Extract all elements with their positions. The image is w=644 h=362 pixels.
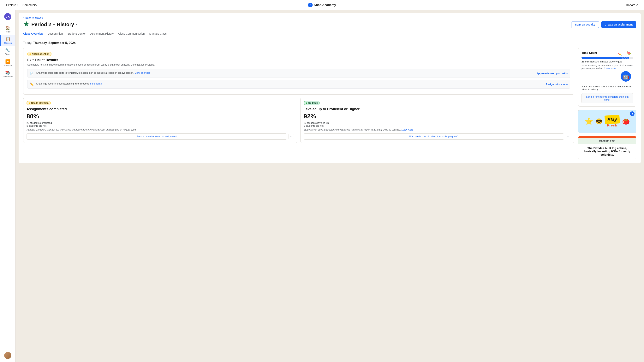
mascot-figure: 🤖 xyxy=(620,71,633,83)
time-progress-fill xyxy=(582,57,629,59)
leveled-up-note: Students can boost their learning by rea… xyxy=(304,128,571,131)
sidebar-khanlive-label: Khanlive xyxy=(4,64,12,66)
slay-label: Slay xyxy=(604,115,620,124)
fact-header: Random Fact xyxy=(578,138,636,144)
class-name: Period 2 – History xyxy=(31,21,74,27)
tab-class-overview[interactable]: Class Overview xyxy=(23,30,43,37)
rec-lesson-plan: 📄 Khanmigo suggests edits to tomorrow's … xyxy=(27,69,570,78)
time-note: Khan Academy recommends a goal of 30 min… xyxy=(582,64,633,70)
time-spent-title: Time Spent xyxy=(582,51,633,54)
time-learn-more-link[interactable]: Learn more xyxy=(604,67,616,70)
lesson-plan-icon: 📄 xyxy=(30,71,34,75)
assignments-more-button[interactable]: ··· xyxy=(288,134,294,139)
sidebar-resources-label: Resources xyxy=(2,75,13,78)
start-activity-button[interactable]: Start an activity xyxy=(571,21,599,28)
leveled-up-card: On track Leveled up to Proficient or Hig… xyxy=(300,98,574,143)
classes-icon: 📋 xyxy=(6,37,10,41)
tab-assignment-history[interactable]: Assignment History xyxy=(90,30,114,37)
leveled-up-title: Leveled up to Proficient or Higher xyxy=(304,107,571,111)
approve-lesson-plan-button[interactable]: Approve lesson plan edits xyxy=(536,72,568,75)
mascot-body: 🤖 xyxy=(620,71,631,82)
community-label: Community xyxy=(22,3,37,6)
user-avatar[interactable] xyxy=(4,352,11,359)
exit-ticket-badge-label: Needs attention xyxy=(32,53,49,55)
leveled-up-action-row: Who needs check in about their skills pr… xyxy=(304,133,571,140)
user-avatar-image xyxy=(4,352,11,359)
warning-dot-icon-2 xyxy=(29,102,30,104)
date-value: Thursday, September 5, 2024 xyxy=(33,41,76,44)
time-minutes-used: 28 minutes xyxy=(582,60,595,63)
exit-ticket-title: Exit Ticket Results xyxy=(27,58,570,62)
logo[interactable]: ✓ Khan Academy xyxy=(308,3,336,7)
tab-class-communication-label: Class Communication xyxy=(118,32,144,35)
assignments-action-row: Send a reminder to submit assignment ··· xyxy=(26,133,294,140)
fresh-label: Fresh xyxy=(607,124,618,127)
exit-ticket-badge: Needs attention xyxy=(27,52,52,56)
date-heading: Today, Thursday, September 5, 2024 xyxy=(23,41,636,45)
assignments-percent: 80% xyxy=(26,113,294,120)
svg-marker-0 xyxy=(24,21,29,26)
class-tabs: Class Overview Lesson Plan Student Cente… xyxy=(23,30,636,37)
mascot-emoji: 🤖 xyxy=(622,73,629,80)
explore-label: Explore xyxy=(6,3,16,6)
slay-content: ⭐ 😎 Slay Fresh 🍅 xyxy=(582,113,632,130)
back-to-classes-link[interactable]: < Back to classes xyxy=(23,16,636,19)
tutor-icon: ✏️ xyxy=(30,82,34,86)
tab-class-overview-label: Class Overview xyxy=(23,32,43,35)
leveled-up-learn-more-link[interactable]: Learn more xyxy=(402,128,413,131)
community-nav-link[interactable]: Community xyxy=(22,3,37,6)
top-nav-left: Explore ▾ Community xyxy=(6,3,37,6)
assign-tutor-mode-button[interactable]: Assign tutor mode xyxy=(546,83,568,86)
exit-ticket-reminder-button[interactable]: Send a reminder to complete their exit t… xyxy=(582,93,633,103)
class-page: < Back to classes Period 2 – History ▾ S xyxy=(18,13,641,163)
tab-manage-class-label: Manage Class xyxy=(150,32,167,35)
leveled-up-badge-label: On track xyxy=(308,102,318,104)
sidebar-item-home[interactable]: 🏠 Home xyxy=(0,24,15,34)
class-title: Period 2 – History ▾ xyxy=(23,21,78,28)
tab-assignment-history-label: Assignment History xyxy=(90,32,114,35)
assignments-badge: Needs attention xyxy=(26,101,51,105)
top-nav-right: Donate ↗ xyxy=(626,3,638,6)
left-col: Needs attention Exit Ticket Results See … xyxy=(23,48,574,159)
right-col: Time Spent ✏️ 🍉 xyxy=(578,48,636,159)
tab-student-center[interactable]: Student Center xyxy=(68,30,86,37)
class-dropdown-icon[interactable]: ▾ xyxy=(76,23,78,26)
view-changes-link[interactable]: View changes xyxy=(135,71,150,74)
donate-button[interactable]: Donate ↗ xyxy=(626,3,638,6)
leveled-up-more-button[interactable]: ··· xyxy=(566,134,571,139)
logo-text: Khan Academy xyxy=(314,3,336,7)
sidebar-item-khanlive[interactable]: ▶️ Khanlive xyxy=(0,58,15,68)
create-assignment-button[interactable]: Create an assignment xyxy=(601,21,636,28)
skills-progress-button[interactable]: Who needs check in about their skills pr… xyxy=(304,133,564,140)
star-character-icon: ⭐ xyxy=(584,117,593,125)
date-today-label: Today, xyxy=(23,41,33,44)
top-nav: Explore ▾ Community ✓ Khan Academy Donat… xyxy=(0,0,644,10)
time-alert: Jator and Janice spent under 5 minutes u… xyxy=(582,85,633,91)
tab-manage-class[interactable]: Manage Class xyxy=(150,30,167,37)
stats-row: Needs attention Assignments completed 80… xyxy=(23,98,574,143)
class-header: < Back to classes Period 2 – History ▾ S xyxy=(18,13,641,37)
exit-ticket-subtitle: See below for Khanmigo recommendations b… xyxy=(27,63,570,66)
sidebar-item-classes[interactable]: 📋 Classes xyxy=(0,35,15,46)
tab-lesson-plan-label: Lesson Plan xyxy=(48,32,63,35)
arrow-deco-icon: 🍉 xyxy=(627,51,631,55)
class-title-row: Period 2 – History ▾ Start an activity C… xyxy=(23,21,636,28)
tab-lesson-plan[interactable]: Lesson Plan xyxy=(48,30,63,37)
tab-student-center-label: Student Center xyxy=(68,32,86,35)
five-students-link[interactable]: 5 students xyxy=(90,82,102,85)
time-progress-bar xyxy=(582,57,633,59)
sidebar-item-tools[interactable]: 🔧 Tools xyxy=(0,46,15,57)
explore-nav-link[interactable]: Explore ▾ xyxy=(6,3,18,6)
tab-class-communication[interactable]: Class Communication xyxy=(118,30,144,37)
fact-body: The Swedes built log cabins, basically i… xyxy=(578,144,636,159)
khanlive-icon: ▶️ xyxy=(5,59,10,64)
leveled-up-percent: 92% xyxy=(304,113,571,120)
assignments-badge-label: Needs attention xyxy=(31,102,48,104)
sidebar-item-resources[interactable]: 📚 Resources xyxy=(0,69,15,79)
page-body: Today, Thursday, September 5, 2024 Needs… xyxy=(18,37,641,163)
main-layout: CK 🏠 Home 📋 Classes 🔧 Tools ▶️ Khanlive … xyxy=(0,10,644,362)
content-area: < Back to classes Period 2 – History ▾ S xyxy=(16,10,644,362)
home-icon: 🏠 xyxy=(5,25,10,30)
time-spent-card: Time Spent ✏️ 🍉 xyxy=(578,48,636,106)
send-reminder-assignment-button[interactable]: Send a reminder to submit assignment xyxy=(26,133,287,140)
